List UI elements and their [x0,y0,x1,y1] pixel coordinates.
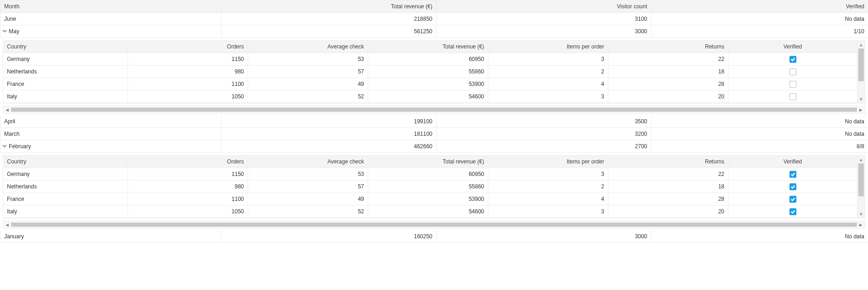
month-verified: No data [651,128,868,140]
verified-checkbox[interactable] [789,93,796,100]
cell-ipo: 3 [488,53,608,65]
table-row[interactable]: Italy 1050 52 54600 3 20 [3,205,857,218]
table-row[interactable]: Netherlands 980 57 55860 2 18 [3,66,857,78]
cell-ver [728,78,857,90]
chevron-down-icon[interactable] [2,143,7,150]
cell-ver [728,193,857,205]
cell-rev: 55860 [368,66,488,78]
col-ipo[interactable]: Items per order [488,156,608,168]
month-row-april[interactable]: April 199100 3500 No data [0,115,868,128]
verified-checkbox[interactable] [789,68,796,75]
cell-ver [728,205,857,218]
scroll-thumb[interactable] [11,223,857,227]
col-orders[interactable]: Orders [128,156,248,168]
verified-checkbox[interactable] [789,208,796,215]
cell-avg: 49 [248,193,368,205]
table-row[interactable]: Germany 1150 53 60950 3 22 [3,53,857,66]
cell-rev: 60950 [368,53,488,65]
month-row-may[interactable]: May 561250 3000 1/10 [0,25,868,38]
col-country[interactable]: Country [3,41,128,53]
cell-avg: 53 [248,53,368,65]
cell-rev: 53900 [368,193,488,205]
col-rev[interactable]: Total revenue (€) [368,156,488,168]
verified-checkbox[interactable] [789,183,796,190]
horizontal-scrollbar[interactable]: ◀ ▶ [3,106,865,114]
scroll-right-arrow-icon[interactable]: ▶ [857,106,865,113]
cell-avg: 52 [248,91,368,103]
col-ver[interactable]: Verified [728,41,857,53]
col-ver[interactable]: Verified [728,156,857,168]
inner-header-row: Country Orders Average check Total reven… [3,156,857,168]
month-verified: No data [651,115,868,127]
cell-orders: 1100 [128,78,248,90]
scroll-thumb[interactable] [858,163,864,196]
cell-country: France [3,193,128,205]
cell-ret: 20 [608,205,728,218]
col-avg[interactable]: Average check [248,156,368,168]
cell-avg: 52 [248,205,368,218]
scroll-left-arrow-icon[interactable]: ◀ [3,106,11,113]
horizontal-scrollbar[interactable]: ◀ ▶ [3,221,865,229]
scroll-up-arrow-icon[interactable]: ▲ [857,156,865,163]
cell-avg: 49 [248,78,368,90]
month-row-june[interactable]: June 218850 3100 No data [0,13,868,25]
cell-country: Netherlands [3,66,128,78]
table-row[interactable]: Netherlands 980 57 55860 2 18 [3,181,857,193]
table-row[interactable]: Germany 1150 53 60950 3 22 [3,168,857,181]
scroll-right-arrow-icon[interactable]: ▶ [857,221,865,228]
col-rev[interactable]: Total revenue (€) [368,41,488,53]
col-ipo[interactable]: Items per order [488,41,608,53]
revenue-table: Month Total revenue (€) Visitor count Ve… [0,0,868,243]
month-revenue: 462660 [222,140,437,152]
vertical-scrollbar[interactable]: ▲ ▼ [857,41,865,103]
col-month[interactable]: Month [0,0,222,12]
vertical-scrollbar[interactable]: ▲ ▼ [857,156,865,218]
outer-header-row: Month Total revenue (€) Visitor count Ve… [0,0,868,13]
cell-ver [728,181,857,193]
col-ret[interactable]: Returns [608,41,728,53]
cell-ret: 22 [608,168,728,180]
col-orders[interactable]: Orders [128,41,248,53]
cell-ret: 18 [608,181,728,193]
col-country[interactable]: Country [3,156,128,168]
cell-rev: 54600 [368,91,488,103]
table-row[interactable]: Italy 1050 52 54600 3 20 [3,91,857,103]
scroll-thumb[interactable] [11,108,857,112]
month-row-march[interactable]: March 181100 3200 No data [0,128,868,140]
month-row-february[interactable]: February 462660 2700 8/8 [0,140,868,153]
cell-avg: 57 [248,181,368,193]
chevron-down-icon[interactable] [2,28,7,35]
scroll-down-arrow-icon[interactable]: ▼ [857,210,865,218]
cell-orders: 980 [128,66,248,78]
month-revenue: 199100 [222,115,437,127]
scroll-down-arrow-icon[interactable]: ▼ [857,95,865,103]
verified-checkbox[interactable] [789,81,796,88]
month-label: April [0,115,222,127]
month-label: January [0,230,222,242]
col-ret[interactable]: Returns [608,156,728,168]
col-verified[interactable]: Verified [651,0,868,12]
scroll-thumb[interactable] [858,48,864,81]
scroll-up-arrow-icon[interactable]: ▲ [857,41,865,48]
col-avg[interactable]: Average check [248,41,368,53]
verified-checkbox[interactable] [789,56,796,63]
col-visitors[interactable]: Visitor count [437,0,651,12]
col-revenue[interactable]: Total revenue (€) [222,0,437,12]
verified-checkbox[interactable] [789,196,796,203]
cell-ipo: 2 [488,181,608,193]
month-revenue: 561250 [222,25,437,37]
cell-ver [728,66,857,78]
month-row-january[interactable]: January 160250 3000 No data [0,230,868,243]
month-visitors: 3500 [437,115,651,127]
table-row[interactable]: France 1100 49 53900 4 28 [3,78,857,91]
month-label: June [0,13,222,25]
month-visitors: 3100 [437,13,651,25]
month-label-text: February [9,143,31,150]
cell-ret: 28 [608,193,728,205]
month-label: February [0,140,222,152]
cell-ret: 20 [608,91,728,103]
month-label: May [0,25,222,37]
table-row[interactable]: France 1100 49 53900 4 28 [3,193,857,205]
verified-checkbox[interactable] [789,171,796,178]
scroll-left-arrow-icon[interactable]: ◀ [3,221,11,228]
